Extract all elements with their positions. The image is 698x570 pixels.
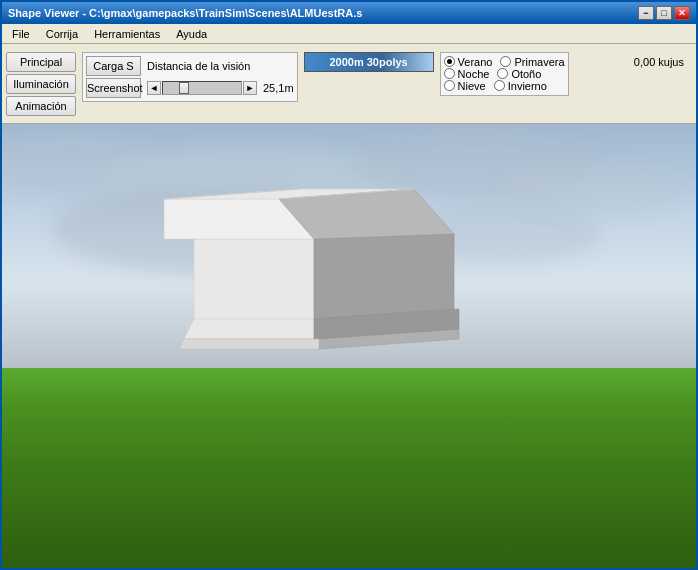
radio-otono-circle: [497, 68, 508, 79]
vision-bar: 2000m 30polys: [304, 52, 434, 72]
menu-herramientas[interactable]: Herramientas: [86, 26, 168, 42]
menu-bar: File Corrija Herramientas Ayuda: [2, 24, 696, 44]
slider-left-arrow[interactable]: ◄: [147, 81, 161, 95]
menu-file[interactable]: File: [4, 26, 38, 42]
minimize-button[interactable]: −: [638, 6, 654, 20]
season-row-3: Nieve Invierno: [444, 80, 565, 92]
svg-marker-2: [184, 319, 314, 339]
distance-value: 25,1m: [263, 82, 294, 94]
distance-slider[interactable]: [162, 81, 242, 95]
window-title: Shape Viewer - C:\gmax\gamepacks\TrainSi…: [8, 7, 362, 19]
menu-corrija[interactable]: Corrija: [38, 26, 86, 42]
radio-verano[interactable]: Verano: [444, 56, 493, 68]
iluminacion-button[interactable]: Iluminación: [6, 74, 76, 94]
radio-nieve[interactable]: Nieve: [444, 80, 486, 92]
radio-noche-circle: [444, 68, 455, 79]
season-row-2: Noche Otoño: [444, 68, 565, 80]
radio-primavera-circle: [500, 56, 511, 67]
principal-button[interactable]: Principal: [6, 52, 76, 72]
close-button[interactable]: ✕: [674, 6, 690, 20]
svg-marker-0: [194, 239, 314, 319]
season-row-1: Verano Primavera: [444, 56, 565, 68]
slider-right-arrow[interactable]: ►: [243, 81, 257, 95]
menu-ayuda[interactable]: Ayuda: [168, 26, 215, 42]
svg-marker-1: [314, 234, 454, 319]
title-bar: Shape Viewer - C:\gmax\gamepacks\TrainSi…: [2, 2, 696, 24]
radio-primavera[interactable]: Primavera: [500, 56, 564, 68]
radio-invierno-circle: [494, 80, 505, 91]
restore-button[interactable]: □: [656, 6, 672, 20]
svg-marker-6: [179, 339, 319, 349]
radio-invierno[interactable]: Invierno: [494, 80, 547, 92]
building-3d: [134, 124, 494, 399]
slider-thumb: [179, 82, 189, 94]
animacion-button[interactable]: Animación: [6, 96, 76, 116]
seasons-panel: Verano Primavera Noche Otoño: [440, 52, 569, 96]
distance-label: Distancia de la visión: [147, 60, 250, 72]
screenshot-button[interactable]: Screenshot: [86, 78, 141, 98]
radio-verano-circle: [444, 56, 455, 67]
viewport[interactable]: [2, 124, 696, 568]
toolbar: Principal Iluminación Animación Carga S …: [2, 44, 696, 124]
toolbar-left: Principal Iluminación Animación: [6, 52, 76, 116]
toolbar-main: Principal Iluminación Animación Carga S …: [6, 52, 692, 116]
kujus-display: 0,00 kujus: [634, 52, 692, 68]
toolbar-center: Carga S Distancia de la visión Screensho…: [82, 52, 298, 102]
radio-otono[interactable]: Otoño: [497, 68, 541, 80]
main-window: Shape Viewer - C:\gmax\gamepacks\TrainSi…: [0, 0, 698, 570]
carga-button[interactable]: Carga S: [86, 56, 141, 76]
title-bar-buttons: − □ ✕: [638, 6, 690, 20]
radio-noche[interactable]: Noche: [444, 68, 490, 80]
radio-nieve-circle: [444, 80, 455, 91]
